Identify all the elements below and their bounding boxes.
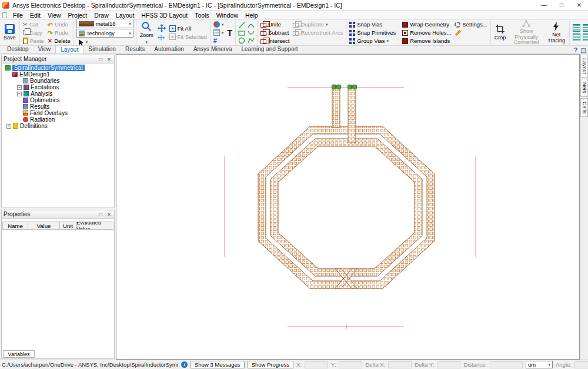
draw-arc2-icon[interactable] <box>248 29 255 36</box>
draw-rectangle-icon[interactable] <box>238 29 245 36</box>
expand-icon[interactable]: + <box>6 124 11 129</box>
duplicate-button[interactable]: Duplicate ▾ <box>292 21 343 28</box>
copy-button[interactable]: Copy <box>22 29 45 36</box>
show-physically-connected-button[interactable]: Show Physically Connected <box>509 20 543 46</box>
feed-line-left[interactable] <box>332 88 340 128</box>
column-evaluated-value[interactable]: Evaluated Value <box>76 222 113 230</box>
delta-x-field[interactable] <box>388 361 412 368</box>
side-tab-layout[interactable]: Layout <box>580 55 588 78</box>
settings-button[interactable]: Settings... <box>454 21 487 28</box>
show-progress-button[interactable]: Show Progress <box>248 361 293 368</box>
tree-item-excitations[interactable]: + Excitations <box>3 84 114 90</box>
tree-item-analysis[interactable]: + Analysis <box>3 90 114 97</box>
help-icon[interactable]: ? <box>574 47 577 53</box>
column-name[interactable]: Name <box>2 222 28 230</box>
color-by-net-button[interactable]: ▾ <box>213 21 225 28</box>
pan-icon[interactable] <box>157 24 166 33</box>
tree-item-results[interactable]: Results <box>3 103 114 110</box>
layer-view-5-icon[interactable] <box>583 33 588 41</box>
tab-automation[interactable]: Automation <box>149 45 189 53</box>
tab-simulation[interactable]: Simulation <box>83 45 121 53</box>
tab-learning-and-support[interactable]: Learning and Support <box>236 45 302 53</box>
show-messages-button[interactable]: Show 3 Messages <box>191 361 245 368</box>
angle-field[interactable] <box>574 361 588 368</box>
draw-line-icon[interactable] <box>238 22 245 29</box>
layer-select[interactable]: metal18 ▾ <box>76 20 133 28</box>
info-icon[interactable]: i <box>181 361 188 368</box>
side-tab-cells[interactable]: Cells <box>580 98 588 117</box>
tab-layout[interactable]: Layout <box>55 45 83 53</box>
tree-item-definitions[interactable]: + Definitions <box>3 123 114 129</box>
tree-item-design[interactable]: EMDesign1 <box>3 71 114 78</box>
close-button[interactable]: ✕ <box>570 0 588 10</box>
technology-select[interactable]: Technology ▾ <box>76 29 133 38</box>
menu-layout[interactable]: Layout <box>112 12 138 19</box>
remove-islands-button[interactable]: Remove Islands <box>402 37 452 45</box>
reconstruct-arcs-button[interactable]: Reconstruct Arcs <box>292 29 343 36</box>
redo-button[interactable]: ↷ Redo <box>47 29 71 36</box>
menu-window[interactable]: Window <box>213 12 242 19</box>
delete-button[interactable]: ✕ Delete <box>47 37 71 45</box>
group-vias-button[interactable]: Group Vias ▾ <box>349 37 396 45</box>
side-tab-nets[interactable]: Nets <box>580 79 588 97</box>
port-4-icon[interactable] <box>352 85 357 89</box>
port-2-icon[interactable] <box>336 85 341 89</box>
layer-visibility-button[interactable]: ▾ <box>213 29 225 36</box>
crop-button[interactable]: Crop <box>493 24 507 41</box>
draw-polyline-icon[interactable] <box>248 37 255 44</box>
text-tool-button[interactable]: T <box>226 29 233 36</box>
minimize-button[interactable]: — <box>535 0 553 10</box>
expand-icon[interactable]: + <box>17 92 22 96</box>
move-icon[interactable] <box>157 33 165 42</box>
intersect-button[interactable]: Intersect <box>260 37 290 45</box>
pane-close-icon[interactable]: ✕ <box>106 212 112 217</box>
cut-button[interactable]: ✂ Cut <box>22 21 45 28</box>
units-select[interactable]: um ▾ <box>526 361 553 368</box>
fit-selected-button[interactable]: Fit Selected <box>169 33 208 41</box>
draw-circle-icon[interactable] <box>238 37 245 44</box>
net-tracing-button[interactable]: Net Tracing <box>546 21 567 44</box>
tab-desktop[interactable]: Desktop <box>2 45 34 53</box>
pane-close-icon[interactable]: ✕ <box>106 56 112 62</box>
edit-primitives-button[interactable] <box>454 29 487 36</box>
tree-item-optimetrics[interactable]: Optimetrics <box>3 97 114 103</box>
unite-button[interactable]: Unite <box>260 21 290 28</box>
maximize-button[interactable]: □ <box>553 0 570 10</box>
port-marker-2[interactable] <box>351 85 353 88</box>
undo-button[interactable]: ↶ Undo <box>47 21 71 28</box>
menu-file[interactable]: File <box>9 12 26 19</box>
pane-float-icon[interactable]: □ <box>98 212 104 217</box>
delta-y-field[interactable] <box>437 361 460 368</box>
layout-canvas[interactable] <box>116 54 580 360</box>
menu-help[interactable]: Help <box>242 12 262 19</box>
column-unit[interactable]: Unit <box>60 222 76 230</box>
tree-item-boundaries[interactable]: Boundaries <box>3 78 114 84</box>
save-button[interactable]: Save <box>2 24 17 41</box>
fit-all-button[interactable]: Fit All <box>169 25 208 32</box>
snap-primitives-button[interactable]: Snap Primitives <box>349 29 396 36</box>
paste-button[interactable]: Paste <box>22 37 45 45</box>
layer-view-2-icon[interactable] <box>583 24 588 32</box>
tab-results[interactable]: Results <box>121 45 149 53</box>
column-value[interactable]: Value <box>28 222 60 230</box>
inductor-inner-turn[interactable] <box>270 139 422 276</box>
draw-arc-icon[interactable] <box>248 22 255 29</box>
tab-ansys-minerva[interactable]: Ansys Minerva <box>189 45 237 53</box>
tree-item-radiation[interactable]: Radiation <box>3 116 114 123</box>
y-field[interactable] <box>339 361 362 368</box>
tree-item-project[interactable]: SpiralInductorSymmetrical <box>3 65 114 71</box>
menu-draw[interactable]: Draw <box>91 12 112 19</box>
expand-icon[interactable]: + <box>17 85 22 90</box>
wrap-geometry-button[interactable]: Wrap Geometry <box>402 21 452 28</box>
distance-field[interactable] <box>490 361 523 368</box>
subtract-button[interactable]: Subtract <box>260 29 290 36</box>
remove-holes-button[interactable]: Remove Holes... <box>402 29 452 36</box>
menu-project[interactable]: Project <box>65 12 91 19</box>
feed-line-right[interactable] <box>348 88 356 143</box>
grid-toggle-button[interactable]: # <box>213 37 225 45</box>
x-field[interactable] <box>305 361 328 368</box>
layer-view-1-icon[interactable] <box>573 24 580 32</box>
pin-icon[interactable] <box>581 48 586 53</box>
menu-edit[interactable]: Edit <box>26 12 44 19</box>
port-marker-1[interactable] <box>335 85 337 88</box>
